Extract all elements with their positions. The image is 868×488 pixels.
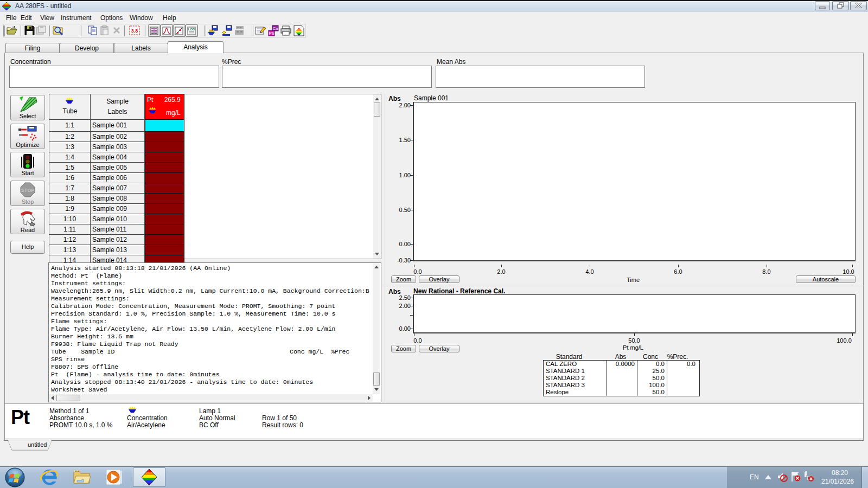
svg-text:LOG: LOG xyxy=(188,28,195,31)
svg-text:Pb: Pb xyxy=(269,31,275,36)
svg-text:3.8: 3.8 xyxy=(131,28,138,34)
svg-text:STOP: STOP xyxy=(21,188,34,193)
